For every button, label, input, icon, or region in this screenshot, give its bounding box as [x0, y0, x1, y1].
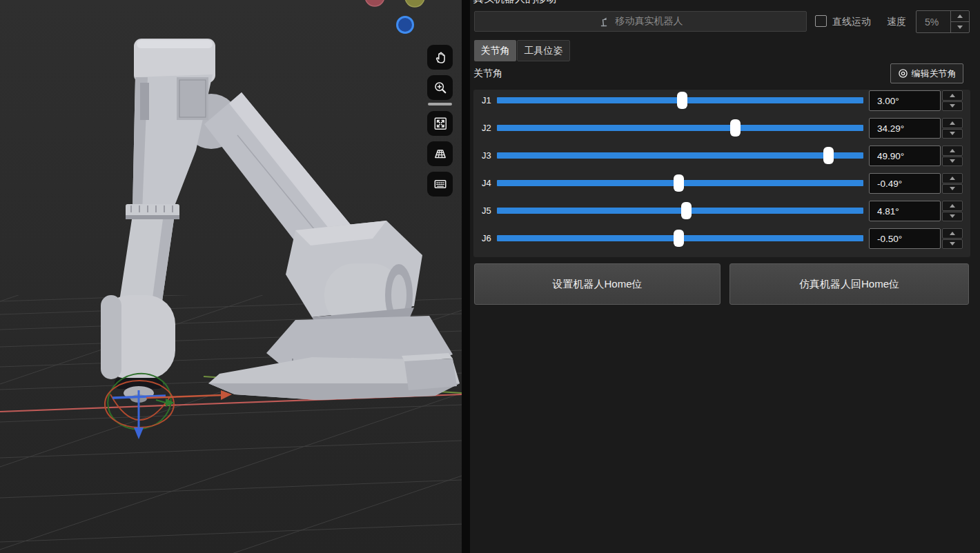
joint-slider-handle[interactable]	[730, 119, 741, 137]
joint-decrement-button[interactable]	[942, 239, 963, 250]
joint-spinbox: 49.90°	[869, 145, 964, 166]
joint-decrement-button[interactable]	[942, 184, 963, 194]
pan-tool-button[interactable]	[427, 45, 453, 70]
joint-value-field[interactable]: 49.90°	[869, 145, 941, 166]
joint-slider-handle[interactable]	[823, 147, 834, 164]
set-robot-home-button[interactable]: 设置机器人Home位	[474, 263, 721, 305]
move-real-robot-label: 移动真实机器人	[616, 15, 683, 28]
panel-title: 真实机器人的移动	[473, 0, 556, 6]
linear-motion-label: 直线运动	[832, 16, 871, 28]
pan-hand-icon	[433, 50, 448, 65]
joint-value-field[interactable]: 34.29°	[869, 118, 941, 139]
simulate-robot-go-home-button[interactable]: 仿真机器人回Home位	[729, 263, 969, 305]
up-arrow-icon	[950, 177, 955, 180]
joint-label: J6	[482, 228, 498, 249]
speed-label: 速度	[887, 16, 906, 28]
joint-label: J4	[482, 173, 498, 194]
down-arrow-icon	[950, 187, 955, 190]
edit-joint-angles-label: 编辑关节角	[912, 68, 957, 80]
robot-arm-icon	[598, 15, 611, 28]
joint-increment-button[interactable]	[942, 201, 963, 211]
speed-value-field[interactable]: 5%	[917, 11, 950, 32]
joint-decrement-button[interactable]	[942, 157, 963, 167]
section-title: 关节角	[473, 68, 502, 80]
down-arrow-icon	[950, 214, 955, 218]
joint-slider[interactable]	[497, 125, 863, 131]
zoom-tool-button[interactable]	[427, 75, 453, 100]
up-arrow-icon	[950, 149, 955, 152]
3d-scene[interactable]	[0, 0, 462, 553]
joint-label: J2	[482, 118, 498, 139]
orientation-gizmo[interactable]	[365, 0, 424, 33]
speed-decrement-button[interactable]	[951, 21, 969, 32]
up-arrow-icon	[950, 121, 955, 125]
joint-decrement-button[interactable]	[942, 212, 963, 222]
down-arrow-icon	[950, 159, 955, 163]
robot-model[interactable]	[101, 39, 460, 403]
joint-spinbox: -0.49°	[869, 173, 964, 194]
gizmo-x-ball	[365, 0, 384, 6]
gizmo-z-ball	[398, 17, 413, 33]
joint-value-field[interactable]: -0.49°	[869, 173, 941, 194]
joint-spinbox: 4.81°	[869, 201, 964, 221]
joint-spin-buttons	[942, 201, 963, 221]
joint-spin-buttons	[942, 90, 963, 111]
keyboard-panel-icon	[433, 177, 448, 192]
tab-joint-angles[interactable]: 关节角	[474, 40, 516, 61]
joint-decrement-button[interactable]	[942, 129, 963, 139]
joint-slider-handle[interactable]	[681, 202, 692, 219]
ground-grid-button[interactable]	[427, 141, 453, 166]
concentric-circles-icon	[898, 68, 908, 79]
joint-slider-handle[interactable]	[677, 92, 687, 109]
joint-increment-button[interactable]	[942, 145, 963, 156]
robot-3d-viewport[interactable]	[0, 0, 462, 553]
pane-divider[interactable]	[462, 0, 470, 553]
down-arrow-icon	[950, 132, 955, 135]
joint-row: J3 49.90°	[473, 145, 970, 166]
joint-slider[interactable]	[497, 152, 863, 159]
joint-increment-button[interactable]	[942, 90, 963, 101]
joint-value-field[interactable]: -0.50°	[869, 228, 941, 249]
joint-spinbox: 3.00°	[869, 90, 964, 111]
tab-tool-pose[interactable]: 工具位姿	[517, 40, 570, 61]
keyboard-shortcuts-button[interactable]	[427, 172, 453, 197]
up-arrow-icon	[957, 14, 963, 18]
joint-increment-button[interactable]	[942, 118, 963, 128]
joint-spinbox: -0.50°	[869, 228, 964, 249]
joint-row: J5 4.81°	[473, 201, 970, 221]
move-real-robot-button[interactable]: 移动真实机器人	[474, 11, 807, 32]
joint-slider[interactable]	[497, 235, 863, 241]
fit-view-button[interactable]	[427, 111, 453, 136]
joint-slider-handle[interactable]	[674, 174, 684, 192]
app-window: 真实机器人的移动 移动真实机器人 直线运动 速度 5% 关节角 工具位姿 关节角	[0, 0, 980, 553]
edit-joint-angles-button[interactable]: 编辑关节角	[890, 63, 963, 83]
ground-grid-icon	[433, 146, 448, 161]
joint-value-field[interactable]: 3.00°	[869, 90, 941, 111]
joint-decrement-button[interactable]	[942, 101, 963, 112]
joint-slider-handle[interactable]	[674, 230, 684, 247]
joint-label: J3	[482, 145, 498, 166]
gizmo-y-ball	[405, 0, 424, 7]
down-arrow-icon	[950, 104, 955, 108]
linear-motion-checkbox[interactable]	[815, 15, 827, 27]
joint-row: J2 34.29°	[473, 118, 970, 139]
joint-slider[interactable]	[497, 180, 863, 186]
up-arrow-icon	[950, 232, 955, 235]
joint-spin-buttons	[942, 173, 963, 194]
joint-label: J1	[482, 90, 498, 111]
joint-value-field[interactable]: 4.81°	[869, 201, 941, 221]
joint-slider[interactable]	[497, 97, 863, 103]
toolbar-divider	[428, 103, 452, 105]
joint-angles-group: J1 3.00° J2 34.29° J3 49.90°	[473, 90, 970, 257]
joint-spinbox: 34.29°	[869, 118, 964, 139]
joint-label: J5	[482, 201, 498, 221]
speed-increment-button[interactable]	[951, 11, 969, 21]
joint-increment-button[interactable]	[942, 173, 963, 183]
joint-increment-button[interactable]	[942, 228, 963, 239]
joint-row: J4 -0.49°	[473, 173, 970, 194]
joint-row: J6 -0.50°	[473, 228, 970, 249]
joint-slider[interactable]	[497, 208, 863, 214]
up-arrow-icon	[950, 204, 955, 208]
zoom-in-icon	[433, 80, 448, 95]
joint-spin-buttons	[942, 145, 963, 166]
